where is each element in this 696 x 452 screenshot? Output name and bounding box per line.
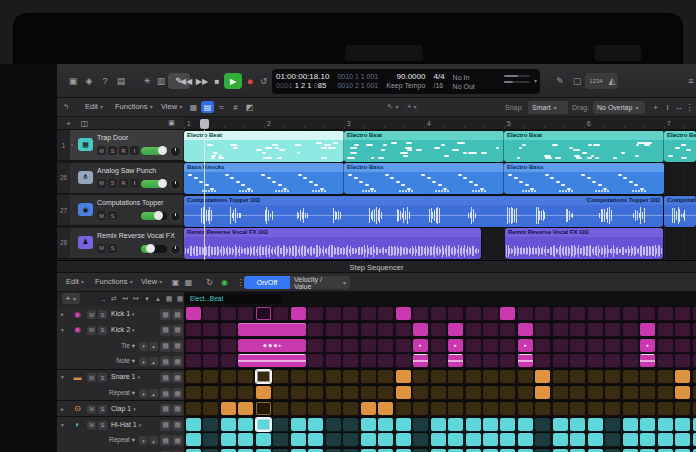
volume-knob[interactable] (154, 211, 163, 220)
step-cell[interactable] (431, 339, 446, 352)
step-cell[interactable] (378, 307, 393, 320)
step-cell[interactable] (570, 323, 585, 336)
step-cell[interactable] (326, 323, 341, 336)
seq-ops-icon-6[interactable]: ▦ (164, 294, 174, 304)
step-cell[interactable] (466, 402, 481, 415)
step-note-span[interactable]: ◆ ◆ ◆ ▸ (238, 339, 305, 352)
step-cell[interactable] (221, 307, 236, 320)
step-cell[interactable] (186, 418, 201, 431)
track-name[interactable]: Computations Topper (97, 199, 163, 206)
step-cell[interactable] (186, 433, 201, 446)
step-cell[interactable] (186, 323, 201, 336)
step-cell[interactable] (605, 323, 620, 336)
step-cell[interactable] (291, 370, 306, 383)
step-cell[interactable] (640, 323, 655, 336)
row-option-icon[interactable]: ▦ (160, 341, 171, 352)
step-cell[interactable] (640, 418, 655, 431)
step-cell[interactable] (343, 433, 358, 446)
seq-functions-menu[interactable]: Functions ▾ (95, 277, 133, 286)
step-cell[interactable] (291, 386, 306, 399)
step-cell[interactable] (605, 386, 620, 399)
step-cell[interactable] (658, 386, 673, 399)
step-note-span[interactable] (238, 354, 305, 367)
subrow-increment-button[interactable]: ▴ (149, 357, 158, 366)
step-cell[interactable] (535, 418, 550, 431)
step-cell[interactable] (483, 339, 498, 352)
play-button[interactable]: ▶ (224, 73, 242, 89)
step-cell[interactable] (535, 386, 550, 399)
row-option-icon[interactable]: ▦ (160, 420, 171, 431)
step-cell[interactable] (308, 386, 323, 399)
row-disclosure-icon[interactable]: ▾ (61, 374, 64, 380)
step-cell[interactable] (605, 402, 620, 415)
step-cell[interactable] (203, 354, 218, 367)
step-cell[interactable] (675, 433, 690, 446)
region-electro-beat[interactable]: Electro Beat (664, 131, 696, 162)
step-cell[interactable] (640, 354, 655, 367)
step-cell[interactable] (273, 370, 288, 383)
step-cell[interactable] (256, 307, 271, 320)
step-cell[interactable] (693, 402, 696, 415)
step-cell[interactable] (448, 323, 463, 336)
subrow-decrement-button[interactable]: ▾ (139, 357, 148, 366)
row-option-icon[interactable]: ▦ (172, 356, 183, 367)
step-cell[interactable] (588, 339, 603, 352)
onoff-mode-button[interactable]: On/Off (244, 276, 290, 289)
step-cell[interactable] (535, 402, 550, 415)
step-cell[interactable] (693, 386, 696, 399)
row-name[interactable]: Clap 1 ▾ (111, 405, 136, 412)
pan-knob[interactable] (170, 179, 181, 190)
step-cell[interactable] (675, 386, 690, 399)
step-cell[interactable] (326, 402, 341, 415)
step-cell[interactable] (448, 418, 463, 431)
step-cell[interactable] (221, 323, 236, 336)
region-computations-topper[interactable]: Computations Topper ΩΩComputations Toppe… (184, 196, 663, 227)
step-cell[interactable] (326, 433, 341, 446)
step-cell[interactable] (396, 433, 411, 446)
step-cell[interactable] (238, 386, 253, 399)
row-disclosure-icon[interactable]: ▸ (61, 406, 64, 412)
subrow-increment-button[interactable]: ▴ (149, 436, 158, 445)
step-cell[interactable] (413, 402, 428, 415)
step-cell[interactable] (291, 402, 306, 415)
step-cell[interactable] (483, 354, 498, 367)
region-electro-beat[interactable]: Electro Beat (504, 131, 664, 162)
step-cell[interactable] (693, 354, 696, 367)
step-cell[interactable] (605, 433, 620, 446)
step-cell[interactable] (396, 307, 411, 320)
step-cell[interactable] (553, 370, 568, 383)
row-option-icon[interactable]: ▦ (172, 372, 183, 383)
cycle-button[interactable]: ↺ (257, 73, 270, 89)
subrow-decrement-button[interactable]: ▾ (139, 389, 148, 398)
step-cell[interactable] (431, 433, 446, 446)
step-cell[interactable] (203, 386, 218, 399)
step-cell[interactable] (466, 307, 481, 320)
step-cell[interactable] (308, 370, 323, 383)
step-cell[interactable] (570, 307, 585, 320)
step-cell[interactable] (326, 370, 341, 383)
step-cell[interactable] (396, 402, 411, 415)
view-switch-icon-2[interactable]: ≈ (215, 101, 228, 113)
step-cell[interactable] (588, 402, 603, 415)
step-cell[interactable] (238, 418, 253, 431)
row-option-icon[interactable]: ▦ (160, 325, 171, 336)
duplicate-track-button[interactable]: ◫ (78, 117, 91, 129)
step-cell[interactable] (186, 402, 201, 415)
step-cell[interactable] (658, 323, 673, 336)
step-cell[interactable] (343, 402, 358, 415)
step-cell[interactable] (186, 386, 201, 399)
step-cell[interactable] (553, 418, 568, 431)
metronome-icon[interactable]: ◭ (606, 73, 618, 89)
step-cell[interactable] (675, 354, 690, 367)
step-cell[interactable] (518, 433, 533, 446)
step-cell[interactable] (658, 354, 673, 367)
row-option-icon[interactable]: ▦ (172, 404, 183, 415)
step-cell[interactable] (675, 339, 690, 352)
step-cell[interactable] (553, 339, 568, 352)
step-cell[interactable] (518, 370, 533, 383)
step-cell[interactable] (361, 370, 376, 383)
step-cell[interactable] (588, 433, 603, 446)
row-solo-button[interactable]: S (98, 405, 107, 414)
tuner-icon[interactable]: ✎ (553, 73, 567, 89)
step-cell[interactable] (640, 370, 655, 383)
